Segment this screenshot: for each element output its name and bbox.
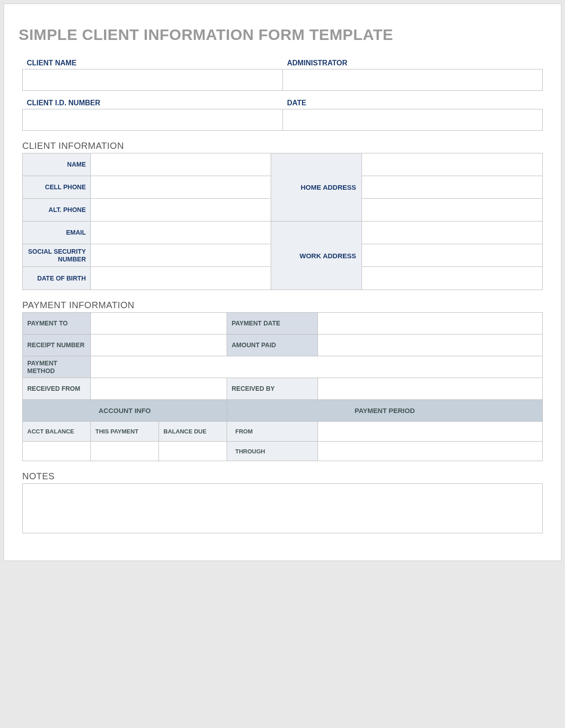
cell-phone-label: CELL PHONE (23, 176, 91, 199)
home-address-input-2[interactable] (362, 176, 542, 199)
date-label: DATE (282, 96, 543, 109)
payment-to-label: PAYMENT TO (23, 313, 91, 334)
notes-section-title: NOTES (22, 471, 543, 482)
payment-date-label: PAYMENT DATE (227, 313, 318, 334)
payment-period-header: PAYMENT PERIOD (227, 400, 542, 422)
cell-phone-input[interactable] (91, 176, 271, 199)
client-info-section-title: CLIENT INFORMATION (22, 141, 543, 151)
page: SIMPLE CLIENT INFORMATION FORM TEMPLATE … (4, 4, 561, 561)
payment-info-table: PAYMENT TO PAYMENT DATE RECEIPT NUMBER A… (22, 312, 543, 461)
amount-paid-label: AMOUNT PAID (227, 334, 318, 356)
amount-paid-input[interactable] (318, 334, 542, 356)
alt-phone-label: ALT. PHONE (23, 199, 91, 221)
from-input[interactable] (318, 422, 542, 442)
work-address-input-3[interactable] (362, 267, 542, 290)
administrator-label: ADMINISTRATOR (282, 56, 543, 69)
receipt-number-label: RECEIPT NUMBER (23, 334, 91, 356)
through-label: THROUGH (227, 442, 318, 461)
administrator-input[interactable] (282, 69, 543, 91)
balance-due-label: BALANCE DUE (159, 422, 227, 442)
received-from-label: RECEIVED FROM (23, 378, 91, 400)
name-label: NAME (23, 153, 91, 176)
email-input[interactable] (91, 221, 271, 244)
dob-label: DATE OF BIRTH (23, 267, 91, 290)
header-row-1: CLIENT NAME ADMINISTRATOR (22, 56, 543, 91)
payment-method-input[interactable] (91, 356, 542, 378)
payment-to-input[interactable] (91, 313, 227, 334)
home-address-input-1[interactable] (362, 153, 542, 176)
acct-balance-label: ACCT BALANCE (23, 422, 91, 442)
home-address-input-3[interactable] (362, 199, 542, 221)
ssn-input[interactable] (91, 244, 271, 267)
header-row-2: CLIENT I.D. NUMBER DATE (22, 96, 543, 131)
work-address-label: WORK ADDRESS (271, 221, 362, 290)
date-input[interactable] (282, 109, 543, 131)
client-name-input[interactable] (22, 69, 282, 91)
ssn-label: SOCIAL SECURITY NUMBER (23, 244, 91, 267)
client-info-table: NAME HOME ADDRESS CELL PHONE ALT. PHONE … (22, 153, 543, 290)
received-from-input[interactable] (91, 378, 227, 400)
account-info-header: ACCOUNT INFO (23, 400, 227, 422)
home-address-label: HOME ADDRESS (271, 153, 362, 221)
work-address-input-1[interactable] (362, 221, 542, 244)
email-label: EMAIL (23, 221, 91, 244)
name-input[interactable] (91, 153, 271, 176)
from-label: FROM (227, 422, 318, 442)
received-by-input[interactable] (318, 378, 542, 400)
dob-input[interactable] (91, 267, 271, 290)
payment-info-section-title: PAYMENT INFORMATION (22, 300, 543, 310)
received-by-label: RECEIVED BY (227, 378, 318, 400)
client-id-input[interactable] (22, 109, 282, 131)
this-payment-label: THIS PAYMENT (91, 422, 159, 442)
payment-method-label: PAYMENT METHOD (23, 356, 91, 378)
through-input[interactable] (318, 442, 542, 461)
form-title: SIMPLE CLIENT INFORMATION FORM TEMPLATE (19, 26, 546, 44)
balance-due-input[interactable] (159, 442, 227, 461)
alt-phone-input[interactable] (91, 199, 271, 221)
client-name-label: CLIENT NAME (22, 56, 282, 69)
notes-input[interactable] (22, 483, 543, 533)
work-address-input-2[interactable] (362, 244, 542, 267)
receipt-number-input[interactable] (91, 334, 227, 356)
this-payment-input[interactable] (91, 442, 159, 461)
payment-date-input[interactable] (318, 313, 542, 334)
client-id-label: CLIENT I.D. NUMBER (22, 96, 282, 109)
acct-balance-input[interactable] (23, 442, 91, 461)
